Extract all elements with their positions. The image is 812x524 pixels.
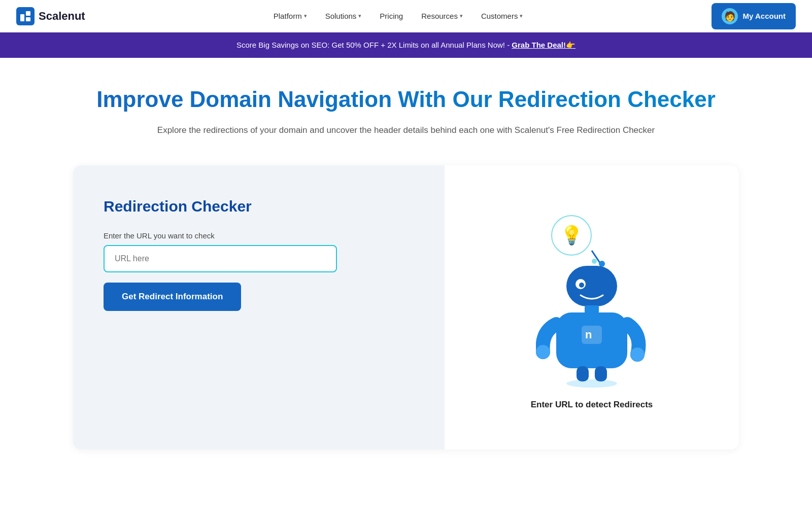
tool-left-panel: Redirection Checker Enter the URL you wa… bbox=[73, 165, 445, 449]
svg-point-14 bbox=[566, 379, 617, 388]
svg-point-13 bbox=[630, 347, 645, 362]
avatar: 🧑 bbox=[722, 8, 738, 24]
nav-item-solutions[interactable]: Solutions ▾ bbox=[317, 8, 370, 24]
promo-banner: Score Big Savings on SEO: Get 50% OFF + … bbox=[0, 32, 812, 58]
svg-rect-5 bbox=[566, 266, 617, 306]
svg-text:n: n bbox=[585, 328, 592, 341]
nav-item-pricing[interactable]: Pricing bbox=[371, 8, 411, 24]
svg-rect-2 bbox=[26, 17, 30, 21]
svg-rect-0 bbox=[20, 14, 24, 21]
chevron-down-icon: ▾ bbox=[304, 13, 307, 19]
tool-title: Redirection Checker bbox=[104, 198, 414, 215]
svg-rect-8 bbox=[585, 305, 599, 313]
navbar: Scalenut Platform ▾ Solutions ▾ Pricing … bbox=[0, 0, 812, 32]
tool-right-panel: 💡 bbox=[445, 165, 739, 449]
logo-link[interactable]: Scalenut bbox=[16, 7, 85, 25]
chevron-down-icon: ▾ bbox=[460, 13, 463, 19]
logo-text: Scalenut bbox=[39, 10, 85, 23]
chevron-down-icon: ▾ bbox=[520, 13, 523, 19]
hero-title: Improve Domain Navigation With Our Redir… bbox=[16, 86, 796, 113]
svg-rect-15 bbox=[577, 366, 589, 381]
logo-icon bbox=[16, 7, 35, 25]
url-input[interactable] bbox=[104, 245, 337, 272]
tool-card: Redirection Checker Enter the URL you wa… bbox=[73, 165, 739, 449]
nav-item-customers[interactable]: Customers ▾ bbox=[473, 8, 531, 24]
svg-point-12 bbox=[536, 345, 550, 359]
svg-rect-1 bbox=[26, 11, 30, 16]
hero-subtitle: Explore the redirections of your domain … bbox=[16, 123, 796, 137]
robot-illustration: 💡 bbox=[521, 205, 663, 410]
nav-item-resources[interactable]: Resources ▾ bbox=[413, 8, 471, 24]
svg-rect-16 bbox=[595, 366, 607, 381]
chevron-down-icon: ▾ bbox=[358, 13, 361, 19]
tool-section: Redirection Checker Enter the URL you wa… bbox=[61, 165, 751, 449]
nav-right: 🧑 My Account bbox=[712, 3, 796, 29]
svg-point-4 bbox=[599, 261, 605, 267]
svg-point-7 bbox=[579, 283, 584, 288]
my-account-button[interactable]: 🧑 My Account bbox=[712, 3, 796, 29]
robot-caption: Enter URL to detect Redirects bbox=[531, 400, 653, 410]
promo-link[interactable]: Grab The Deal!👉 bbox=[512, 41, 576, 49]
nav-item-platform[interactable]: Platform ▾ bbox=[265, 8, 315, 24]
robot-scene: 💡 bbox=[521, 205, 663, 388]
robot-svg: n bbox=[536, 246, 648, 388]
input-label: Enter the URL you want to check bbox=[104, 231, 414, 240]
hero-section: Improve Domain Navigation With Our Redir… bbox=[0, 58, 812, 153]
get-redirect-button[interactable]: Get Redirect Information bbox=[104, 283, 241, 311]
nav-links: Platform ▾ Solutions ▾ Pricing Resources… bbox=[265, 8, 531, 24]
